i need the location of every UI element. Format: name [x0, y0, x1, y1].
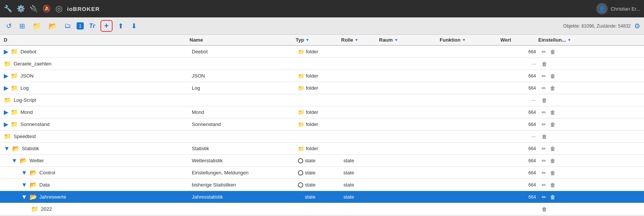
delete-button[interactable]: 🗑 — [549, 145, 556, 152]
delete-button[interactable]: 🗑 — [549, 157, 556, 164]
cell-id: ▼ 📂 Jahreswerte — [0, 192, 190, 202]
table-row[interactable]: ▼ 📂 Wetter Wetterstatistik state state 6… — [0, 155, 644, 167]
folder-open-blue-button[interactable]: 📂 — [46, 20, 59, 32]
cell-actions: ✏ 🗑 — [538, 107, 644, 117]
cell-typ: state — [296, 180, 341, 189]
cell-actions: 🗑 — [538, 59, 644, 69]
text-button[interactable]: Tr — [87, 21, 97, 31]
wrench-icon[interactable]: 🔧 — [4, 5, 12, 13]
folder-icon: 📁 — [11, 121, 18, 128]
col-header-rolle[interactable]: Rolle ▼ — [341, 37, 379, 43]
folder-icon: 📁 — [11, 48, 18, 55]
delete-button[interactable]: 🗑 — [549, 121, 556, 128]
table-row[interactable]: ▼ 📂 Control Einstellungen, Meldungen sta… — [0, 167, 644, 179]
type-folder-icon: 📁 — [298, 73, 304, 79]
delete-button[interactable]: 🗑 — [549, 48, 556, 55]
edit-button[interactable]: ✏ — [541, 182, 547, 188]
col-header-raum[interactable]: Raum ▼ — [379, 37, 440, 43]
plug-icon[interactable]: 🔌 — [30, 5, 38, 13]
cell-actions: 🗑 — [538, 132, 644, 141]
table-row[interactable]: 📁 Log-Script — 🗑 — [0, 94, 644, 106]
download-button[interactable]: ⬇ — [129, 20, 139, 32]
table-row[interactable]: ▶ 📁 Sonnenstand Sonnenstand 📁 folder 664… — [0, 118, 644, 131]
cell-name: Deebot — [190, 47, 296, 56]
col-header-typ[interactable]: Typ ▼ — [296, 37, 341, 43]
row-actions: 🗑 — [541, 206, 548, 213]
settings-icon[interactable]: ⚙ — [634, 22, 640, 30]
table-row-selected[interactable]: ▼ 📂 Jahreswerte Jahresstatistik state st… — [0, 191, 644, 203]
cell-funktion — [440, 135, 500, 138]
row-actions: ✏ 🗑 — [541, 157, 556, 164]
edit-button[interactable]: ✏ — [541, 145, 547, 152]
delete-button[interactable]: 🗑 — [549, 169, 556, 176]
edit-button[interactable]: ✏ — [541, 157, 547, 164]
table-row[interactable]: ▼ 📂 Statistik Statistik 📁 folder 664 ✏ 🗑 — [0, 143, 644, 155]
iobroker-logo-icon: ◎ — [55, 4, 63, 14]
table-row[interactable]: ▼ 📂 Data bisherige Statistiken state sta… — [0, 179, 644, 191]
delete-button[interactable]: 🗑 — [541, 97, 548, 104]
table-row[interactable]: ▶ 📁 Mond Mond 📁 folder 664 ✏ 🗑 — [0, 106, 644, 118]
cell-funktion — [440, 147, 500, 150]
cell-name: Statistik — [190, 144, 296, 153]
cell-raum — [379, 196, 440, 199]
state-circle-icon — [298, 170, 303, 176]
table-row[interactable]: ▶ 📁 Deebot Deebot 📁 folder 664 ✏ 🗑 — [0, 46, 644, 58]
delete-button[interactable]: 🗑 — [549, 85, 556, 92]
cell-wert: 664 — [500, 157, 538, 165]
cell-id: 📁 Log-Script — [0, 95, 190, 105]
delete-button[interactable]: 🗑 — [549, 109, 556, 116]
edit-button[interactable]: ✏ — [541, 121, 547, 128]
add-button[interactable]: + — [100, 20, 113, 32]
cell-raum — [379, 208, 440, 211]
folder-open-button[interactable]: 📁 — [30, 20, 43, 32]
table-row[interactable]: 📁 2022 🗑 — [0, 203, 644, 215]
cell-typ — [296, 208, 341, 211]
edit-button[interactable]: ✏ — [541, 109, 547, 116]
row-id-label: Jahreswerte — [39, 194, 66, 200]
folder-icon: ▶ — [4, 72, 8, 79]
cell-raum — [379, 87, 440, 90]
table-row[interactable]: ▶ 📁 Log Log 📁 folder 664 ✏ 🗑 — [0, 82, 644, 94]
table-row[interactable]: 📁 Geraete_zaehlen — 🗑 — [0, 58, 644, 70]
cell-wert: 664 — [500, 193, 538, 201]
cell-actions: ✏ 🗑 — [538, 192, 644, 202]
folder-open-icon: 📂 — [12, 145, 20, 152]
edit-button[interactable]: ✏ — [541, 73, 547, 79]
arrow-up-button[interactable]: ⬆ — [116, 20, 126, 32]
folder-icon: ▶ — [4, 121, 8, 128]
delete-button[interactable]: 🗑 — [541, 206, 548, 213]
row-actions: ✏ 🗑 — [541, 85, 556, 92]
cell-rolle — [341, 208, 379, 211]
cell-name: bisherige Statistiken — [190, 180, 296, 189]
cell-id: 📁 Geraete_zaehlen — [0, 59, 190, 69]
table-row[interactable]: ▶ 📁 JSON JSON 📁 folder 664 ✏ 🗑 — [0, 70, 644, 82]
col-header-name[interactable]: Name — [190, 37, 296, 43]
refresh-button[interactable]: ↺ — [4, 20, 14, 32]
delete-button[interactable]: 🗑 — [549, 182, 556, 188]
col-header-funktion[interactable]: Funktion ▼ — [440, 37, 500, 43]
folder-icon: ▶ — [4, 109, 8, 116]
cell-id: ▶ 📁 Log — [0, 83, 190, 93]
expand-icon: ▼ — [21, 194, 27, 200]
table-row[interactable]: 📁 Speedtest — 🗑 — [0, 131, 644, 143]
expand-icon: ▼ — [21, 169, 27, 176]
folder-add-button[interactable]: 🗂 — [62, 20, 74, 31]
col-header-einstellung[interactable]: Einstellun... ▼ — [538, 37, 644, 43]
bell-mute-icon[interactable]: 🔕 — [42, 5, 51, 13]
badge-button[interactable]: 1 — [77, 22, 84, 30]
delete-button[interactable]: 🗑 — [549, 73, 556, 79]
edit-button[interactable]: ✏ — [541, 194, 547, 200]
delete-button[interactable]: 🗑 — [541, 133, 548, 140]
edit-button[interactable]: ✏ — [541, 169, 547, 176]
col-header-id[interactable]: D — [0, 37, 190, 43]
username: Christian Er... — [611, 6, 640, 12]
cell-typ: 📁 folder — [296, 47, 341, 56]
cell-rolle — [341, 111, 379, 114]
edit-button[interactable]: ✏ — [541, 85, 547, 92]
edit-button[interactable]: ✏ — [541, 48, 547, 55]
einstellung-sort-icon: ▼ — [567, 38, 571, 42]
gear-icon[interactable]: ⚙️ — [17, 5, 25, 13]
delete-button[interactable]: 🗑 — [549, 194, 556, 200]
columns-button[interactable]: ⊞ — [17, 20, 27, 32]
delete-button[interactable]: 🗑 — [541, 61, 548, 67]
